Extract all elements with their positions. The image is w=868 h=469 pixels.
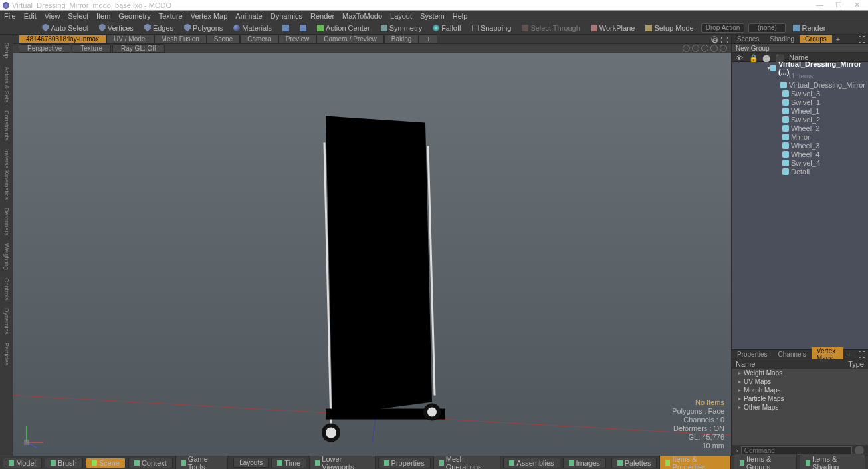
polygons-button[interactable]: Polygons — [181, 23, 226, 33]
vp-tab-baking[interactable]: Baking — [384, 35, 419, 43]
pan-icon[interactable] — [692, 45, 699, 52]
menu-view[interactable]: View — [45, 12, 60, 20]
tree-item[interactable]: Mirror — [732, 132, 868, 141]
menu-texture[interactable]: Texture — [159, 12, 183, 20]
panel-expand-icon[interactable]: ⛶ — [855, 351, 868, 359]
record-icon[interactable]: ⬤ — [762, 54, 769, 61]
bb-scene[interactable]: Scene — [86, 458, 126, 468]
zoom-icon[interactable] — [701, 45, 708, 52]
tree-item[interactable]: Wheel_1 — [732, 106, 868, 115]
dropaction-select[interactable]: Drop Action — [701, 23, 745, 33]
tree-item[interactable]: Wheel_4 — [732, 150, 868, 158]
expand-icon[interactable]: ⛶ — [720, 36, 727, 43]
new-group-button[interactable]: New Group — [732, 44, 868, 53]
lock-icon[interactable]: 🔒 — [749, 54, 756, 61]
menu-render[interactable]: Render — [310, 12, 334, 20]
vertices-button[interactable]: Vertices — [96, 23, 137, 33]
materials-button[interactable]: Materials — [230, 23, 275, 33]
menu-system[interactable]: System — [420, 12, 445, 20]
vp-tab-uvmodel[interactable]: UV / Model — [106, 35, 154, 43]
selectthrough-button[interactable]: Select Through — [518, 23, 583, 33]
bb-itemsshading[interactable]: Items & Shading — [800, 454, 865, 470]
panel-expand-icon[interactable]: ⛶ — [855, 35, 868, 43]
maximize-button[interactable]: ☐ — [835, 1, 842, 9]
tab-channels[interactable]: Channels — [773, 351, 812, 358]
sidebar-tab-deformers[interactable]: Deformers — [3, 205, 10, 238]
tab-add[interactable]: + — [843, 351, 855, 359]
menu-maxtomodo[interactable]: MaxToModo — [342, 12, 382, 20]
sidebar-tab-particles[interactable]: Particles — [3, 340, 10, 369]
tree-item[interactable]: Swivel_3 — [732, 89, 868, 98]
sidebar-tab-setup[interactable]: Setup — [3, 40, 10, 61]
axis-gizmo[interactable] — [20, 422, 47, 449]
menu-file[interactable]: File — [4, 12, 16, 20]
render-icon[interactable]: ⬛ — [776, 54, 782, 61]
falloff-button[interactable]: Falloff — [429, 23, 465, 33]
vp-tab-preview[interactable]: Preview — [278, 35, 317, 43]
vp-tab-scene[interactable]: Scene — [207, 35, 240, 43]
none-select[interactable]: (none) — [748, 23, 786, 33]
bb-properties[interactable]: Properties — [378, 458, 431, 468]
tab-add[interactable]: + — [832, 35, 844, 43]
orbit-icon[interactable] — [683, 45, 690, 52]
vp-tab-camera[interactable]: Camera — [240, 35, 278, 43]
gear-icon[interactable]: ⚙ — [711, 36, 718, 43]
snapping-button[interactable]: Snapping — [469, 23, 515, 33]
menu-animate[interactable]: Animate — [235, 12, 262, 20]
list-item[interactable]: Morph Maps — [732, 386, 868, 394]
bb-lowerviewports[interactable]: Lower Viewports — [309, 454, 375, 470]
menu-vertexmap[interactable]: Vertex Map — [191, 12, 228, 20]
menu-help[interactable]: Help — [453, 12, 468, 20]
tab-groups[interactable]: Groups — [800, 35, 832, 43]
list-item[interactable]: Weight Maps — [732, 369, 868, 377]
vp-tab-add[interactable]: + — [419, 35, 437, 43]
pivot-mode-button[interactable] — [296, 24, 310, 32]
tree-item[interactable]: Swivel_2 — [732, 115, 868, 124]
tab-shading[interactable]: Shading — [764, 35, 800, 43]
bb-brush[interactable]: Brush — [45, 458, 83, 468]
sidebar-tab-ik[interactable]: Inverse Kinematics — [3, 146, 10, 202]
bb-itemsproperties[interactable]: Items & Properties — [659, 454, 731, 470]
menu-select[interactable]: Select — [68, 12, 88, 20]
autoselect-button[interactable]: Auto Select — [39, 23, 91, 33]
sidebar-tab-dynamics[interactable]: Dynamics — [3, 305, 10, 337]
item-mode-button[interactable] — [279, 24, 292, 32]
tab-scenes[interactable]: Scenes — [732, 35, 764, 43]
bb-gametools[interactable]: Game Tools — [175, 454, 228, 470]
eye-icon[interactable]: 👁 — [736, 54, 742, 61]
tree-item[interactable]: Wheel_3 — [732, 141, 868, 150]
tree-item[interactable]: Wheel_2 — [732, 124, 868, 132]
subtab-texture[interactable]: Texture — [72, 44, 111, 53]
vp-tab-campreview[interactable]: Camera / Preview — [316, 35, 383, 43]
tree-item[interactable]: Detail — [732, 167, 868, 176]
bb-context[interactable]: Context — [128, 458, 173, 468]
bb-assemblies[interactable]: Assemblies — [503, 458, 560, 468]
sidebar-tab-weighting[interactable]: Weighting — [3, 241, 10, 273]
minimize-button[interactable]: — — [816, 1, 823, 9]
symmetry-button[interactable]: Symmetry — [378, 23, 426, 33]
workplane-button[interactable]: WorkPlane — [588, 23, 639, 33]
scene-tree[interactable]: ▾ Virtual_Dressing_Mirror (...) 11 Items… — [732, 62, 868, 349]
menu-item[interactable]: Item — [96, 12, 110, 20]
list-item[interactable]: Other Maps — [732, 403, 868, 412]
actioncenter-button[interactable]: Action Center — [314, 23, 374, 33]
menu-dynamics[interactable]: Dynamics — [271, 12, 302, 20]
bb-meshops[interactable]: Mesh Operations — [433, 454, 501, 470]
subtab-perspective[interactable]: Perspective — [19, 44, 70, 53]
menu-edit[interactable]: Edit — [24, 12, 37, 20]
edges-button[interactable]: Edges — [141, 23, 177, 33]
render-button[interactable]: Render — [790, 23, 829, 33]
vp-tab-meshfusion[interactable]: Mesh Fusion — [154, 35, 207, 43]
setupmode-button[interactable]: Setup Mode — [642, 23, 697, 33]
tree-item[interactable]: Swivel_4 — [732, 158, 868, 167]
maximize-icon[interactable] — [710, 45, 718, 52]
vp-tab-active[interactable]: 48146780318:lay-unmax — [19, 35, 106, 43]
sidebar-tab-controls[interactable]: Controls — [3, 275, 10, 303]
viewoptions-icon[interactable] — [720, 45, 727, 52]
subtab-raygl[interactable]: Ray GL: Off — [112, 44, 165, 53]
tree-root[interactable]: ▾ Virtual_Dressing_Mirror (...) — [732, 63, 868, 72]
bb-time[interactable]: Time — [271, 458, 306, 468]
sidebar-tab-constraints[interactable]: Constraints — [3, 108, 10, 144]
bb-model[interactable]: Model — [3, 458, 42, 468]
3d-viewport[interactable]: No Items Polygons : Face Channels : 0 De… — [13, 53, 731, 456]
